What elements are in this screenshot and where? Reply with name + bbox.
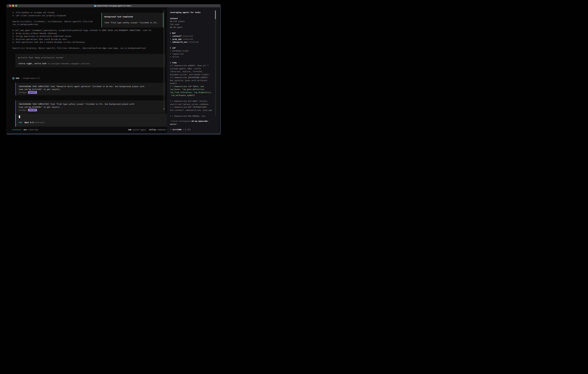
task-message-line: [BACKGROUND TASK COMPLETED] Task "Resear… [19, 85, 164, 88]
background-task-message: [BACKGROUND TASK COMPLETED] Task "Find t… [15, 100, 165, 113]
status-dot-icon: • [170, 55, 171, 58]
todo-text: Demonstrate LSP TOOLS: Use [175, 85, 204, 87]
bracket: ] [172, 64, 175, 67]
bracket: [ [170, 76, 171, 79]
bracket: ] [172, 76, 175, 79]
tool-call-line: 2. String operations on potentially unde… [12, 35, 166, 38]
todo-text: lsp_workspace_symbols [170, 94, 219, 97]
empty-checkbox [171, 106, 172, 108]
todo-text: models [170, 82, 219, 85]
todo-text: document-writer, multimodal-looker) [170, 73, 219, 76]
todo-text: curated agents (OmO, oracle, [170, 67, 219, 70]
task-message-line: [BACKGROUND TASK COMPLETED] Task "Find t… [19, 103, 164, 106]
mcp-section-header[interactable]: ▼ MCP [170, 32, 219, 35]
bracket: [ [170, 106, 171, 108]
transcript-scrollbar[interactable] [163, 10, 165, 110]
todo-item-done: [✓] Demonstrate AGENTS: Show all 7 curat… [170, 64, 219, 76]
task-meta-row: yeongyu QUEUED [19, 91, 164, 94]
input-model: Opus 4.5 [24, 121, 33, 124]
hint-keys: ctrl+x right, ctrl+x left [18, 62, 47, 65]
mcp-section-title: MCP [172, 32, 176, 35]
lsp-section-header[interactable]: ▼ LSP [170, 47, 219, 50]
status-badge: QUEUED [28, 109, 37, 111]
separator-dot: · [20, 77, 21, 80]
tool-call-text: call_omo_agent [subagent_type=explore, p… [15, 29, 152, 31]
mcp-name: websearch_exa [172, 41, 187, 44]
todo-text: Demonstrate AGENTS: Show all 7 [175, 64, 209, 67]
agent-icon [12, 77, 14, 79]
chevron-down-icon: ▼ [170, 61, 171, 64]
agent-name: OmO [16, 77, 19, 80]
status-right: tab switch agent ctrl+p commands [125, 128, 166, 131]
ctrlp-key-hint: ctrl+p [149, 129, 156, 131]
todo-text: librarian, explore, frontend, [170, 70, 219, 73]
todo-text: Run parallel tasks with different [170, 79, 219, 82]
bracket: [ [170, 85, 171, 87]
transcript-scrollbar-thumb[interactable] [163, 108, 165, 110]
toast-title: Background Task Completed [105, 15, 163, 18]
mcp-name: grep_app [172, 38, 182, 41]
workspace-branch: master [170, 123, 219, 126]
status-dot-icon: • [170, 38, 171, 41]
mcp-name: context7 [172, 35, 182, 38]
todo-item-pending: [ ] Demonstrate MCP INTEGRATIONS: Use co… [170, 106, 219, 112]
workspace-repo: oh-my-opencode: [191, 120, 209, 122]
mcp-item: •websearch_exa Connected [170, 41, 219, 44]
empty-checkbox [171, 85, 172, 87]
app-name: Open [172, 128, 177, 131]
check-icon: ✓ [171, 76, 172, 79]
bracket: [ [170, 115, 171, 117]
lsp-section-title: LSP [172, 47, 176, 50]
terminal-body: 3. File handles or streams not closed 4.… [7, 7, 220, 133]
bracket: [ [170, 64, 171, 67]
sidebar-scrollbar-thumb[interactable] [215, 10, 216, 19]
context-heading: Context [170, 17, 219, 20]
tab-key-label: switch agent [133, 129, 146, 131]
bracket: [ [170, 100, 171, 102]
version-row: •OpenCode 1.0.163 [170, 128, 219, 131]
bracket: ] [172, 85, 175, 87]
activity-dots [12, 129, 21, 130]
window-titlebar: [OpenCode] Leveraging agents for tasks ◐ [7, 4, 220, 7]
sidebar-scrollbar[interactable] [215, 10, 216, 116]
lsp-name: eslint [172, 55, 179, 58]
oracle-task-line: ◉ Oracle Task "Deep architecture review" [18, 56, 165, 59]
tool-call-header: ⚙ call_omo_agent [subagent_type=explore,… [12, 29, 166, 32]
task-meta-row: yeongyu QUEUED [19, 109, 164, 112]
agent-model: claude-opus-4-5 [22, 77, 40, 80]
toast-notification: Background Task Completed Task "Find typ… [101, 13, 163, 28]
todo-section-title: Todo [172, 61, 177, 64]
lsp-item: •eslint [170, 55, 219, 58]
task-user: yeongyu [19, 109, 27, 112]
esc-key-hint: esc [24, 128, 27, 131]
prompt-input[interactable]: OmO Opus 4.5 Anthropic [15, 114, 172, 127]
input-agent: OmO [19, 121, 22, 124]
todo-section-header[interactable]: ▼ Todo [170, 61, 219, 64]
todo-item-done: [✓] Demonstrate BACKGROUND AGENTS: Run p… [170, 76, 219, 85]
input-meta-row[interactable]: OmO Opus 4.5 Anthropic [19, 121, 172, 124]
oracle-task-text: Oracle Task "Deep architecture review" [20, 57, 64, 59]
mcp-item: •grep_app Connected [170, 38, 219, 41]
app-name-bold: Code [177, 128, 181, 131]
todo-text: Demonstrate MCP INTEGRATIONS: [175, 106, 207, 108]
todo-text: Demonstrate BACKGROUND AGENTS: [175, 76, 209, 79]
hint-rest: to navigate between subagent sessions [47, 62, 90, 65]
terminal-window: [OpenCode] Leveraging agents for tasks ◐… [6, 4, 221, 135]
mcp-status: Connected [188, 41, 198, 44]
status-dot-icon: • [170, 41, 171, 44]
status-badge: QUEUED [28, 91, 37, 94]
empty-checkbox [171, 115, 172, 117]
lsp-item: •markdown-oxide [170, 50, 219, 52]
window-title: [OpenCode] Leveraging agents for tasks ◐ [7, 5, 220, 7]
chevron-down-icon: ▼ [170, 32, 171, 35]
gear-icon: ⚙ [12, 29, 14, 31]
workspace-path: ~/local-workspaces/oh-my-opencode: maste… [170, 120, 219, 126]
context-used: 33% used [170, 23, 219, 26]
todo-item-pending: [ ] Demonstrate AST-GREP: Pattern search… [170, 100, 219, 106]
todo-text: search and replace across codebase [170, 103, 219, 106]
chevron-down-icon: ▼ [170, 47, 171, 50]
text-cursor [19, 115, 20, 118]
tool-call-line: 3. Division operations that could divide… [12, 38, 166, 41]
task-message-line: task_id="bg_dcfac161" to get results. [19, 88, 164, 91]
input-provider: Anthropic [35, 121, 45, 124]
